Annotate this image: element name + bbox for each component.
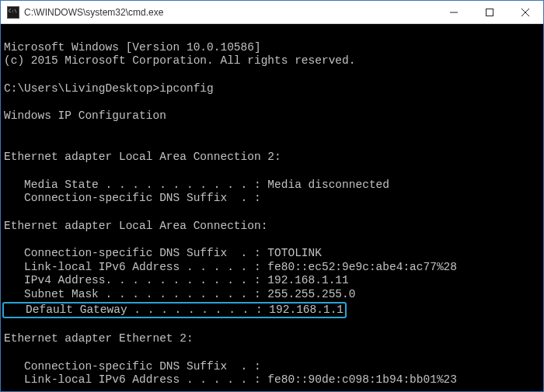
dns-suffix-line: Connection-specific DNS Suffix . : <box>4 360 261 373</box>
cmd-window: C:\WINDOWS\system32\cmd.exe Microsoft Wi… <box>0 0 544 392</box>
adapter-title: Ethernet adapter Ethernet 2: <box>4 332 194 345</box>
blank-line <box>4 68 11 81</box>
console-output[interactable]: Microsoft Windows [Version 10.0.10586] (… <box>1 24 543 391</box>
default-gateway-highlight: Default Gateway . . . . . . . . . : 192.… <box>2 302 347 319</box>
minimize-icon <box>450 9 458 16</box>
dns-suffix-line: Connection-specific DNS Suffix . : <box>4 192 261 204</box>
blank-line <box>4 137 11 150</box>
gateway-line: Default Gateway . . . . . . . . . : 192.… <box>5 304 343 316</box>
blank-line <box>4 95 11 108</box>
adapter-title: Ethernet adapter Local Area Connection: <box>4 220 267 232</box>
blank-line <box>4 206 11 218</box>
minimize-button[interactable] <box>436 1 472 23</box>
blank-line <box>4 165 11 177</box>
ipv4-line: IPv4 Address. . . . . . . . . . . : 192.… <box>4 274 349 286</box>
titlebar[interactable]: C:\WINDOWS\system32\cmd.exe <box>1 1 543 24</box>
banner-line: Microsoft Windows [Version 10.0.10586] <box>4 41 261 54</box>
copyright-line: (c) 2015 Microsoft Corporation. All righ… <box>4 54 355 67</box>
blank-line <box>4 123 11 136</box>
cmd-icon <box>7 6 19 19</box>
media-state-line: Media State . . . . . . . . . . . : Medi… <box>4 179 389 191</box>
maximize-button[interactable] <box>472 1 507 23</box>
window-title: C:\WINDOWS\system32\cmd.exe <box>24 7 163 18</box>
adapter-title: Ethernet adapter Local Area Connection 2… <box>4 151 281 163</box>
ipconfig-heading: Windows IP Configuration <box>4 109 166 122</box>
ipv6-line: Link-local IPv6 Address . . . . . : fe80… <box>4 261 457 273</box>
blank-line <box>4 233 11 245</box>
maximize-icon <box>486 9 493 16</box>
subnet-line: Subnet Mask . . . . . . . . . . . : 255.… <box>4 288 355 300</box>
close-button[interactable] <box>507 1 543 23</box>
blank-line <box>4 318 11 331</box>
window-controls <box>436 1 543 23</box>
blank-line <box>4 346 11 359</box>
dns-suffix-line: Connection-specific DNS Suffix . : TOTOL… <box>4 247 322 259</box>
svg-rect-1 <box>486 9 493 16</box>
prompt-line: C:\Users\LivingDesktop>ipconfig <box>4 82 214 95</box>
ipv6-line: Link-local IPv6 Address . . . . . : fe80… <box>4 373 457 386</box>
close-icon <box>521 9 529 16</box>
